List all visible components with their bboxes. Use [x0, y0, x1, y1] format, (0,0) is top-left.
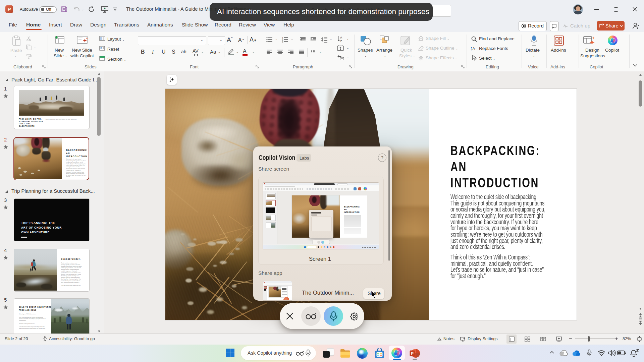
- svg-text:A: A: [472, 46, 475, 51]
- svg-text:A: A: [340, 36, 342, 39]
- svg-text:Z: Z: [340, 40, 342, 43]
- svg-text:3: 3: [282, 41, 283, 43]
- svg-text:P: P: [411, 351, 414, 356]
